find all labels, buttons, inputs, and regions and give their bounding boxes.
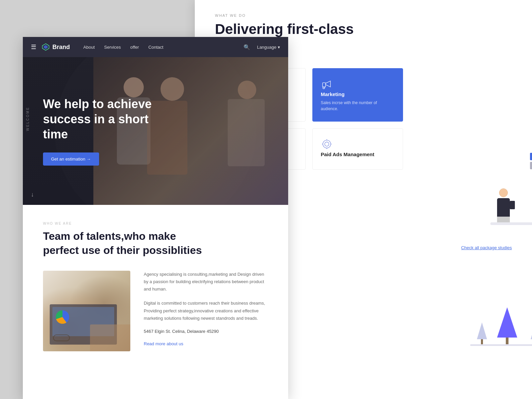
lower-section-title: Team of talents,who make perfect use of …	[43, 229, 211, 257]
nav-link-about[interactable]: About	[83, 45, 95, 50]
hero-section: Welcome We help to achieve success in a …	[23, 57, 288, 205]
service-card-marketing[interactable]: Marketing Sales incrse with the number o…	[312, 68, 403, 122]
navbar: ☰ Brand About Services offer Contact 🔍 L…	[23, 37, 288, 57]
tree-large-center	[497, 307, 517, 346]
check-link[interactable]: Check all package studies	[461, 245, 512, 250]
hero-content: We help to achieve success in a short ti…	[23, 96, 191, 166]
svg-point-3	[323, 87, 324, 89]
tree-medium-right	[531, 317, 532, 346]
about-para-2: Digital is committed to customers reach …	[144, 300, 268, 322]
chevron-down-icon: ▾	[278, 45, 280, 50]
marketing-desc: Sales incrse with the number of audience…	[321, 100, 395, 112]
svg-point-8	[325, 142, 329, 146]
hero-title: We help to achieve success in a short ti…	[43, 96, 171, 142]
about-address: 5467 Elgin St. Celina, Delaware 45290	[144, 329, 268, 334]
ads-name: Paid Ads Management	[321, 151, 395, 157]
svg-point-7	[323, 140, 330, 148]
hamburger-icon[interactable]: ☰	[31, 43, 36, 51]
ads-icon	[321, 138, 333, 150]
about-para-1: Agency specialising is consulting,market…	[144, 271, 268, 293]
svg-marker-14	[44, 45, 48, 49]
tree-small-left	[477, 322, 487, 346]
logo-icon	[42, 43, 50, 51]
what-we-do-label: WHAT WE DO	[215, 13, 512, 17]
marketing-name: Marketing	[321, 91, 395, 97]
illustration-area	[490, 151, 532, 225]
nav-link-services[interactable]: Services	[104, 45, 121, 50]
about-text-block: Agency specialising is consulting,market…	[144, 271, 268, 347]
person-left-illus	[497, 188, 510, 225]
content-row: Agency specialising is consulting,market…	[43, 271, 268, 351]
nav-brand-text: Brand	[52, 44, 70, 51]
nav-links: About Services offer Contact	[83, 45, 243, 50]
front-lower-section: WHO WE ARE Team of talents,who make perf…	[23, 205, 288, 399]
service-card-ads[interactable]: Paid Ads Management	[312, 128, 403, 170]
nav-right: 🔍 Language ▾	[243, 44, 280, 50]
marketing-icon	[321, 78, 333, 90]
nav-logo[interactable]: Brand	[42, 43, 70, 51]
color-boxes	[530, 153, 532, 169]
front-panel: ☰ Brand About Services offer Contact 🔍 L…	[23, 37, 288, 399]
read-more-link[interactable]: Read more about us	[144, 341, 183, 346]
nav-link-contact[interactable]: Contact	[148, 45, 164, 50]
team-image	[43, 271, 130, 351]
svg-rect-2	[322, 83, 325, 87]
scroll-down-icon: ↓	[31, 191, 34, 198]
language-selector[interactable]: Language ▾	[257, 45, 280, 50]
tree-illustration	[470, 279, 532, 346]
nav-link-offer[interactable]: offer	[130, 45, 139, 50]
search-icon[interactable]: 🔍	[243, 44, 250, 50]
lower-section-label: WHO WE ARE	[43, 222, 268, 225]
get-estimation-button[interactable]: Get an estimation →	[43, 152, 99, 166]
